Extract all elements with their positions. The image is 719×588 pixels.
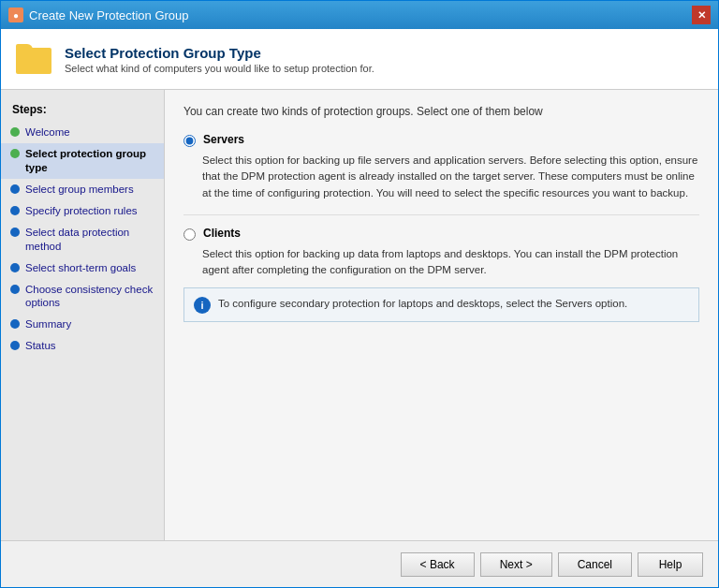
cancel-button[interactable]: Cancel bbox=[558, 552, 632, 577]
dot-short-term bbox=[10, 263, 20, 272]
sidebar: Steps: Welcome Select protection group t… bbox=[1, 90, 165, 540]
sidebar-item-select-short-term-goals[interactable]: Select short-term goals bbox=[1, 257, 164, 279]
servers-option-group: Servers Select this option for backing u… bbox=[183, 133, 699, 201]
header-text: Select Protection Group Type Select what… bbox=[65, 45, 374, 74]
folder-icon bbox=[16, 40, 53, 78]
header-section: Select Protection Group Type Select what… bbox=[1, 29, 718, 90]
info-message: To configure secondary protection for la… bbox=[218, 296, 627, 312]
dot-group-members bbox=[10, 184, 20, 194]
close-button[interactable]: ✕ bbox=[692, 6, 711, 24]
next-button[interactable]: Next > bbox=[480, 552, 552, 577]
dot-summary bbox=[10, 319, 20, 329]
clients-label[interactable]: Clients bbox=[203, 227, 241, 240]
sidebar-item-status[interactable]: Status bbox=[1, 335, 164, 357]
sidebar-label-status: Status bbox=[25, 339, 56, 353]
help-button[interactable]: Help bbox=[638, 552, 703, 577]
sidebar-label-data-protection: Select data protection method bbox=[25, 226, 156, 254]
window-title: Create New Protection Group bbox=[29, 8, 189, 22]
servers-radio[interactable] bbox=[183, 135, 196, 147]
clients-radio[interactable] bbox=[183, 228, 196, 241]
sidebar-item-welcome[interactable]: Welcome bbox=[1, 122, 164, 143]
sidebar-label-select-protection: Select protection group type bbox=[25, 147, 156, 175]
info-box: i To configure secondary protection for … bbox=[183, 287, 699, 322]
dot-data-protection bbox=[10, 228, 20, 237]
back-button[interactable]: < Back bbox=[401, 552, 475, 577]
clients-description: Select this option for backing up data f… bbox=[202, 246, 699, 279]
sidebar-item-specify-protection-rules[interactable]: Specify protection rules bbox=[1, 200, 164, 222]
option-divider bbox=[183, 214, 699, 215]
sidebar-label-group-members: Select group members bbox=[25, 183, 134, 197]
sidebar-item-select-protection-group-type[interactable]: Select protection group type bbox=[1, 143, 164, 179]
sidebar-label-short-term: Select short-term goals bbox=[25, 261, 136, 275]
footer: < Back Next > Cancel Help bbox=[1, 540, 718, 587]
dot-protection-rules bbox=[10, 206, 20, 215]
page-title: Select Protection Group Type bbox=[65, 45, 374, 61]
clients-option-group: Clients Select this option for backing u… bbox=[183, 227, 699, 323]
dot-status bbox=[10, 341, 20, 350]
sidebar-label-protection-rules: Specify protection rules bbox=[25, 204, 138, 218]
servers-option-row: Servers bbox=[183, 133, 699, 147]
sidebar-title: Steps: bbox=[1, 99, 164, 122]
dot-consistency bbox=[10, 285, 20, 294]
servers-label[interactable]: Servers bbox=[203, 133, 244, 146]
content-area: You can create two kinds of protection g… bbox=[165, 90, 718, 540]
title-bar-left: ● Create New Protection Group bbox=[8, 7, 189, 22]
sidebar-item-select-group-members[interactable]: Select group members bbox=[1, 179, 164, 200]
clients-option-row: Clients bbox=[183, 227, 699, 241]
dot-welcome bbox=[10, 127, 20, 137]
app-icon: ● bbox=[8, 7, 23, 22]
main-content: Steps: Welcome Select protection group t… bbox=[1, 90, 718, 540]
info-icon: i bbox=[194, 297, 211, 314]
sidebar-item-summary[interactable]: Summary bbox=[1, 314, 164, 335]
dot-select-protection bbox=[10, 149, 20, 158]
main-window: ● Create New Protection Group ✕ Select P… bbox=[0, 0, 719, 588]
sidebar-label-summary: Summary bbox=[25, 317, 71, 331]
sidebar-item-select-data-protection-method[interactable]: Select data protection method bbox=[1, 222, 164, 257]
sidebar-item-choose-consistency-check-options[interactable]: Choose consistency check options bbox=[1, 279, 164, 315]
title-bar: ● Create New Protection Group ✕ bbox=[1, 1, 718, 29]
sidebar-label-welcome: Welcome bbox=[25, 125, 70, 140]
sidebar-label-consistency: Choose consistency check options bbox=[25, 283, 156, 311]
page-subtitle: Select what kind of computers you would … bbox=[65, 63, 374, 74]
servers-description: Select this option for backing up file s… bbox=[202, 153, 699, 201]
content-intro: You can create two kinds of protection g… bbox=[183, 105, 699, 118]
